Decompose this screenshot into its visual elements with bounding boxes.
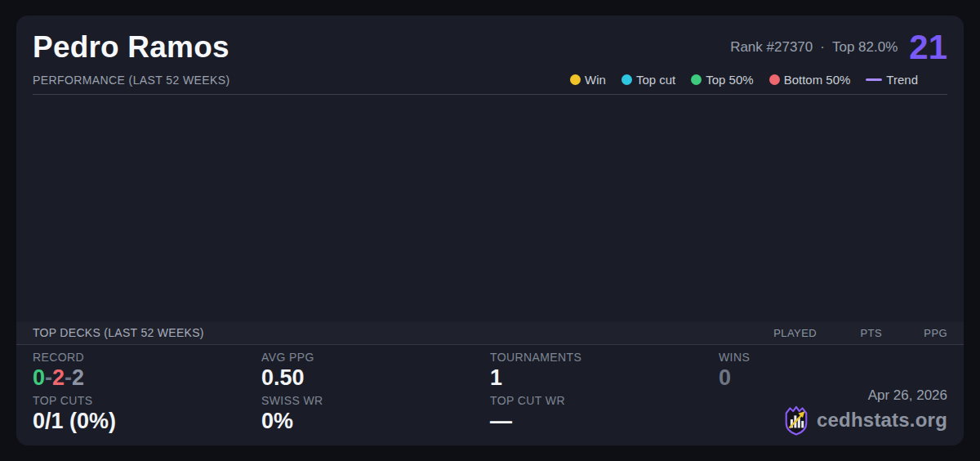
player-score: 21 bbox=[909, 30, 947, 65]
top-50-marker-icon bbox=[691, 74, 702, 85]
card-footer: Apr 26, 2026 cedhstats.org bbox=[782, 387, 947, 436]
top-cuts-value: 0/1 (0%) bbox=[33, 409, 261, 434]
brand-name: cedhstats.org bbox=[817, 409, 947, 432]
record-separator: - bbox=[45, 365, 52, 390]
card-header: Pedro Ramos Rank #27370 · Top 82.0% 21 bbox=[33, 30, 947, 65]
legend-label: Win bbox=[585, 73, 606, 87]
stat-label: TOP CUT WR bbox=[490, 394, 719, 407]
record-separator: - bbox=[65, 365, 72, 390]
top-percent-text: Top 82.0% bbox=[832, 39, 898, 56]
tournaments-value: 1 bbox=[490, 365, 719, 391]
stat-swiss-wr: SWISS WR 0% bbox=[261, 394, 490, 434]
performance-chart bbox=[33, 95, 947, 322]
dot-separator: · bbox=[820, 39, 825, 56]
legend-label: Top 50% bbox=[706, 73, 753, 87]
stat-label: AVG PPG bbox=[261, 351, 490, 364]
legend-label: Trend bbox=[886, 73, 918, 87]
player-stats-card: Pedro Ramos Rank #27370 · Top 82.0% 21 P… bbox=[16, 16, 964, 445]
stat-label: RECORD bbox=[33, 351, 261, 364]
swiss-wr-value: 0% bbox=[261, 409, 490, 434]
trend-line-icon bbox=[866, 78, 882, 81]
cedhstats-logo-icon bbox=[782, 405, 810, 436]
column-pts: PTS bbox=[817, 327, 882, 339]
win-marker-icon bbox=[570, 74, 581, 85]
legend-item-bottom-50: Bottom 50% bbox=[769, 73, 851, 87]
column-played: PLAYED bbox=[751, 327, 817, 339]
legend-item-win: Win bbox=[570, 73, 606, 87]
stat-label: TOP CUTS bbox=[33, 394, 261, 407]
top-decks-header: TOP DECKS (LAST 52 WEEKS) PLAYED PTS PPG bbox=[16, 322, 964, 345]
record-losses: 2 bbox=[52, 365, 65, 390]
record-value: 0-2-2 bbox=[33, 365, 261, 391]
legend-item-trend: Trend bbox=[866, 73, 918, 87]
record-draws: 2 bbox=[72, 365, 84, 390]
stat-label: TOURNAMENTS bbox=[490, 351, 719, 364]
stat-record: RECORD 0-2-2 bbox=[33, 351, 261, 391]
avg-ppg-value: 0.50 bbox=[261, 365, 490, 391]
record-wins: 0 bbox=[33, 365, 45, 390]
top-cut-wr-value: — bbox=[490, 409, 719, 434]
legend-item-top-50: Top 50% bbox=[691, 73, 753, 87]
legend-label: Bottom 50% bbox=[784, 73, 851, 87]
performance-section-header: PERFORMANCE (LAST 52 WEEKS) Win Top cut … bbox=[33, 73, 947, 95]
column-ppg: PPG bbox=[882, 327, 947, 339]
stat-top-cuts: TOP CUTS 0/1 (0%) bbox=[33, 394, 261, 434]
rank-wrap: Rank #27370 · Top 82.0% 21 bbox=[730, 30, 947, 65]
stat-top-cut-wr: TOP CUT WR — bbox=[490, 394, 719, 434]
stat-wins: WINS 0 bbox=[719, 351, 947, 391]
rank-line: Rank #27370 · Top 82.0% bbox=[730, 39, 898, 56]
stat-label: SWISS WR bbox=[261, 394, 490, 407]
performance-title: PERFORMANCE (LAST 52 WEEKS) bbox=[33, 74, 230, 87]
bottom-50-marker-icon bbox=[769, 74, 780, 85]
top-cut-marker-icon bbox=[621, 74, 632, 85]
card-date: Apr 26, 2026 bbox=[868, 387, 947, 404]
brand-row: cedhstats.org bbox=[782, 405, 947, 436]
stat-avg-ppg: AVG PPG 0.50 bbox=[261, 351, 490, 391]
stat-label: WINS bbox=[719, 351, 947, 364]
rank-text: Rank #27370 bbox=[730, 39, 813, 56]
stat-tournaments: TOURNAMENTS 1 bbox=[490, 351, 719, 391]
player-name: Pedro Ramos bbox=[33, 31, 229, 65]
legend-item-top-cut: Top cut bbox=[621, 73, 675, 87]
top-decks-columns: PLAYED PTS PPG bbox=[751, 327, 947, 339]
top-decks-title: TOP DECKS (LAST 52 WEEKS) bbox=[33, 326, 204, 339]
legend-label: Top cut bbox=[636, 73, 675, 87]
chart-legend: Win Top cut Top 50% Bottom 50% Trend bbox=[570, 73, 918, 87]
